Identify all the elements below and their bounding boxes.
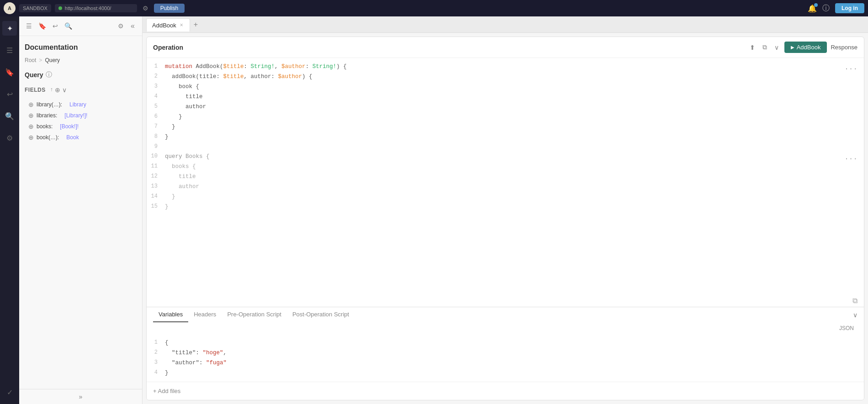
toolbar-bookmark-icon[interactable]: 🔖: [37, 21, 48, 31]
collapse-panel-button[interactable]: «: [129, 20, 137, 32]
code-line-10: 10 query Books {: [147, 152, 864, 162]
sidebar-icon-check[interactable]: ✓: [2, 385, 17, 399]
operation-title: Operation: [153, 44, 183, 51]
section-info-icon[interactable]: ⓘ: [46, 71, 52, 79]
url-bar[interactable]: http://localhost:4000/: [55, 4, 137, 12]
tab-pre-operation-script[interactable]: Pre-Operation Script: [222, 307, 287, 322]
left-panel: ☰ 🔖 ↩ 🔍 ⚙ « Documentation Root > Query Q…: [19, 16, 143, 404]
block2-more-icon[interactable]: ···: [844, 153, 857, 165]
fields-add-icon[interactable]: ⊕: [55, 86, 60, 94]
fields-label: Fields: [25, 87, 46, 93]
tab-close-icon[interactable]: ×: [179, 21, 184, 29]
more-options-button[interactable]: ∨: [773, 42, 781, 53]
sidebar-icon-docs[interactable]: ☰: [2, 43, 17, 58]
tab-headers[interactable]: Headers: [188, 307, 222, 322]
block1-more-icon[interactable]: ···: [844, 63, 857, 75]
section-header: Query ⓘ: [25, 71, 137, 79]
bottom-tab-bar: Variables Headers Pre-Operation Script P…: [147, 307, 864, 322]
login-button[interactable]: Log in: [835, 3, 864, 13]
toolbar-history-icon[interactable]: ↩: [51, 21, 59, 31]
fields-sort-icon[interactable]: ↑: [50, 86, 53, 94]
code-line-12: 12 title: [147, 172, 864, 182]
topbar-right: 🔔 ⓘ Log in: [808, 3, 864, 13]
play-icon: ▶: [791, 45, 794, 50]
code-line-11: 11 books {: [147, 162, 864, 172]
tab-label: AddBook: [152, 22, 176, 29]
expand-sidebar-button[interactable]: »: [79, 393, 83, 400]
publish-button[interactable]: Publish: [154, 4, 185, 13]
url-text: http://localhost:4000/: [65, 5, 111, 11]
code-line-3: 3 book {: [147, 82, 864, 92]
code-editor[interactable]: 1 mutation AddBook($title: String!, $aut…: [147, 58, 864, 295]
documentation-title: Documentation: [25, 43, 137, 52]
field-expand-icon: ⊕: [28, 112, 34, 119]
fields-expand-icon[interactable]: ∨: [62, 86, 67, 94]
sidebar-icon-search[interactable]: 🔍: [2, 109, 17, 123]
breadcrumb-root[interactable]: Root: [25, 57, 36, 63]
breadcrumb-separator: >: [39, 57, 42, 63]
fields-header: Fields ↑ ⊕ ∨: [25, 84, 137, 95]
copy-button[interactable]: ⧉: [761, 42, 769, 53]
editor-area: AddBook × + Operation ⬆ ⧉ ∨ ▶ AddBook Re…: [143, 16, 868, 404]
sandbox-label: SANDBOX: [23, 5, 48, 11]
code-line-13: 13 author: [147, 182, 864, 192]
add-tab-button[interactable]: +: [191, 20, 201, 30]
response-label: Response: [831, 44, 857, 51]
add-files-button[interactable]: + Add files: [153, 388, 180, 394]
variables-editor[interactable]: 1 { 2 "title": "hoge", 3 "author": "fuga…: [147, 334, 864, 382]
json-label-row: JSON: [147, 322, 864, 334]
sidebar-icon-gear[interactable]: ⚙: [2, 131, 17, 145]
collapse-bottom-icon[interactable]: ∨: [853, 311, 857, 319]
field-item-books[interactable]: ⊕ books: [Book!]!: [25, 121, 137, 132]
settings-icon[interactable]: ⚙: [141, 5, 150, 12]
field-expand-icon: ⊕: [28, 101, 34, 108]
left-panel-content: Documentation Root > Query Query ⓘ Field…: [19, 36, 142, 389]
fields-actions: ↑ ⊕ ∨: [50, 86, 67, 94]
tab-bar: AddBook × +: [143, 16, 868, 33]
code-line-5: 5 author: [147, 102, 864, 112]
left-panel-toolbar: ☰ 🔖 ↩ 🔍 ⚙ «: [19, 16, 142, 36]
json-format-label[interactable]: JSON: [836, 323, 857, 333]
field-item-library[interactable]: ⊕ library(…): Library: [25, 99, 137, 110]
var-line-2: 2 "title": "hoge",: [147, 348, 864, 358]
logo: A: [4, 2, 16, 14]
tab-addbook[interactable]: AddBook ×: [146, 18, 190, 31]
query-block: 10 query Books { 11 books { 12 title 13: [147, 152, 864, 212]
toolbar-search-icon[interactable]: 🔍: [63, 21, 74, 31]
code-line-6: 6 }: [147, 112, 864, 122]
sidebar-icon-history[interactable]: ↩: [2, 87, 17, 101]
run-button[interactable]: ▶ AddBook: [784, 42, 827, 53]
field-item-book[interactable]: ⊕ book(…): Book: [25, 132, 137, 143]
code-line-1: 1 mutation AddBook($title: String!, $aut…: [147, 62, 864, 72]
code-line-7: 7 }: [147, 122, 864, 132]
main-layout: ✦ ☰ 🔖 ↩ 🔍 ⚙ ✓ ☰ 🔖 ↩ 🔍 ⚙ « Documentation …: [0, 16, 868, 404]
tab-variables[interactable]: Variables: [153, 307, 188, 322]
var-line-4: 4 }: [147, 368, 864, 378]
var-line-3: 3 "author": "fuga": [147, 358, 864, 368]
code-line-4: 4 title: [147, 92, 864, 102]
sandbox-badge: SANDBOX: [19, 4, 51, 12]
bottom-tabs: Variables Headers Pre-Operation Script P…: [147, 307, 864, 400]
bottom-tab-actions: ∨: [853, 311, 857, 319]
connection-dot: [58, 6, 62, 10]
code-line-15: 15 }: [147, 202, 864, 212]
breadcrumb: Root > Query: [25, 57, 137, 63]
toolbar-docs-icon[interactable]: ☰: [25, 21, 33, 31]
sidebar-icon-settings[interactable]: ✦: [2, 21, 17, 36]
field-item-libraries[interactable]: ⊕ libraries: [Library!]!: [25, 110, 137, 121]
section-title: Query: [25, 71, 43, 79]
copy-editor-icon[interactable]: ⧉: [852, 297, 857, 305]
operation-header: Operation ⬆ ⧉ ∨ ▶ AddBook Response: [147, 37, 864, 58]
toolbar-settings-icon[interactable]: ⚙: [116, 21, 125, 31]
editor-footer: ⧉: [147, 295, 864, 307]
field-expand-icon: ⊕: [28, 134, 34, 141]
share-button[interactable]: ⬆: [748, 42, 757, 53]
mutation-block: 1 mutation AddBook($title: String!, $aut…: [147, 62, 864, 142]
tab-post-operation-script[interactable]: Post-Operation Script: [287, 307, 355, 322]
code-line-9: 9: [147, 142, 864, 152]
breadcrumb-current: Query: [45, 57, 60, 63]
operation-actions: ⬆ ⧉ ∨ ▶ AddBook Response: [748, 42, 857, 53]
notifications-icon[interactable]: 🔔: [808, 4, 817, 13]
sidebar-icon-bookmark[interactable]: 🔖: [2, 65, 17, 79]
help-icon[interactable]: ⓘ: [822, 4, 830, 13]
